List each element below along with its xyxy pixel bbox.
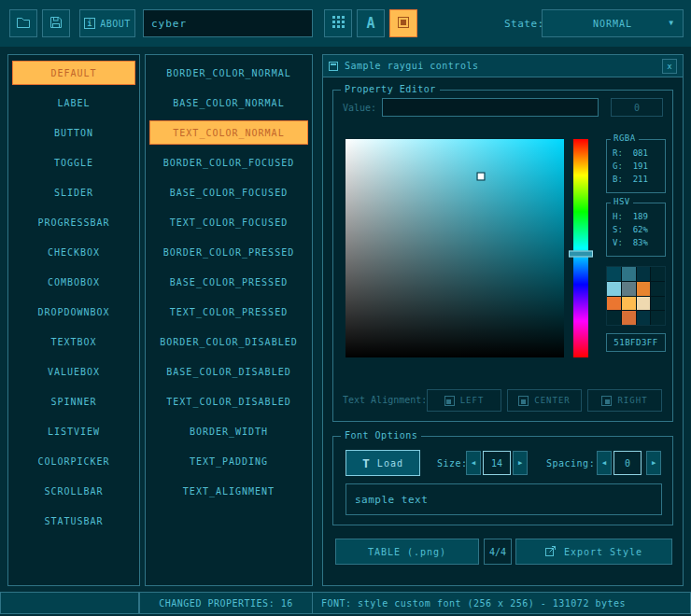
palette-swatch[interactable] [622, 311, 636, 325]
control-item-textbox[interactable]: TEXTBOX [12, 329, 135, 354]
chevron-down-icon: ▼ [669, 20, 674, 27]
palette-swatch[interactable] [607, 282, 621, 296]
palette-swatch[interactable] [607, 297, 621, 311]
color-mode-button-active[interactable] [389, 9, 417, 37]
property-item-text_color_disabled[interactable]: TEXT_COLOR_DISABLED [149, 389, 308, 413]
spacing-increase-button[interactable]: ▶ [646, 451, 661, 475]
window-titlebar[interactable]: Sample raygui controls x [323, 55, 683, 77]
control-item-progressbar[interactable]: PROGRESSBAR [12, 210, 135, 234]
palette-swatch[interactable] [622, 297, 636, 311]
property-item-border_color_focused[interactable]: BORDER_COLOR_FOCUSED [149, 150, 308, 175]
palette-swatch[interactable] [637, 297, 651, 311]
control-item-spinner[interactable]: SPINNER [12, 389, 135, 413]
property-item-base_color_pressed[interactable]: BASE_COLOR_PRESSED [149, 270, 308, 294]
hue-slider-bar[interactable] [573, 139, 588, 357]
page-counter: 4/4 [484, 539, 512, 565]
align-right-button[interactable]: RIGHT [587, 389, 662, 412]
size-value-box[interactable]: 14 [483, 451, 511, 475]
hex-color-value[interactable]: 51BFD3FF [606, 333, 666, 352]
control-item-listview[interactable]: LISTVIEW [12, 419, 135, 443]
property-item-border_color_pressed[interactable]: BORDER_COLOR_PRESSED [149, 240, 308, 264]
window-title: Sample raygui controls [345, 61, 478, 71]
property-item-base_color_focused[interactable]: BASE_COLOR_FOCUSED [149, 180, 308, 204]
value-count-button[interactable]: 0 [611, 98, 663, 117]
hsv-saturation-value: S: 62% [613, 223, 665, 236]
control-item-checkbox[interactable]: CHECKBOX [12, 240, 135, 264]
property-item-text_padding[interactable]: TEXT_PADDING [149, 449, 308, 473]
palette-swatch[interactable] [622, 282, 636, 296]
property-item-base_color_normal[interactable]: BASE_COLOR_NORMAL [149, 91, 308, 115]
control-item-combobox[interactable]: COMBOBOX [12, 270, 135, 294]
sample-text-input[interactable] [346, 483, 662, 515]
size-decrease-button[interactable]: ◀ [466, 451, 481, 475]
spacing-decrease-button[interactable]: ◀ [597, 451, 612, 475]
align-center-button[interactable]: CENTER [507, 389, 582, 412]
text-alignment-label: Text Alignment: [343, 395, 425, 405]
export-style-label: Export Style [564, 547, 642, 557]
state-label: State: [504, 0, 544, 47]
about-button[interactable]: i ABOUT [79, 9, 135, 37]
control-item-valuebox[interactable]: VALUEBOX [12, 359, 135, 384]
changed-properties-text: CHANGED PROPERTIES: 16 [159, 598, 292, 609]
control-item-dropdownbox[interactable]: DROPDOWNBOX [12, 300, 135, 324]
style-name-input[interactable] [143, 9, 313, 37]
palette-swatch[interactable] [637, 311, 651, 325]
property-editor-group: Property Editor Value: 0 RGBA R: 081 G: … [332, 90, 673, 422]
palette-swatch[interactable] [637, 282, 651, 296]
palette-swatch[interactable] [622, 267, 636, 281]
property-item-text_color_pressed[interactable]: TEXT_COLOR_PRESSED [149, 300, 308, 324]
export-table-label: TABLE (.png) [368, 547, 446, 557]
value-input[interactable] [382, 98, 599, 117]
window-icon [329, 62, 338, 71]
grid-view-button[interactable] [324, 9, 352, 37]
control-item-button[interactable]: BUTTON [12, 120, 135, 145]
control-item-colorpicker[interactable]: COLORPICKER [12, 449, 135, 473]
state-dropdown[interactable]: NORMAL ▼ [542, 9, 684, 37]
load-font-button[interactable]: T Load [346, 450, 420, 476]
color-saturation-value-panel[interactable] [346, 139, 564, 357]
statusbar-font-info: FONT: style custom font (256 x 256) - 13… [312, 592, 691, 614]
align-left-button[interactable]: LEFT [427, 389, 501, 412]
property-item-text_color_normal[interactable]: TEXT_COLOR_NORMAL [149, 120, 308, 145]
export-icon [545, 545, 557, 558]
control-item-label[interactable]: LABEL [12, 91, 135, 115]
palette-swatch[interactable] [607, 311, 621, 325]
value-label: Value: [343, 103, 376, 113]
close-button[interactable]: x [662, 59, 677, 74]
control-item-default[interactable]: DEFAULT [12, 61, 135, 85]
palette-swatch[interactable] [651, 282, 665, 296]
export-table-button[interactable]: TABLE (.png) [335, 539, 479, 565]
arrow-right-icon: ▶ [652, 459, 656, 467]
property-item-border_width[interactable]: BORDER_WIDTH [149, 419, 308, 443]
palette-swatch[interactable] [607, 267, 621, 281]
export-style-button[interactable]: Export Style [515, 539, 672, 565]
hue-slider-handle[interactable] [569, 250, 593, 257]
palette-swatch[interactable] [637, 267, 651, 281]
control-item-toggle[interactable]: TOGGLE [12, 150, 135, 175]
folder-icon [16, 16, 31, 32]
palette-swatch[interactable] [651, 267, 665, 281]
control-item-scrollbar[interactable]: SCROLLBAR [12, 479, 135, 503]
font-view-button[interactable]: A [357, 9, 385, 37]
palette-swatch[interactable] [651, 311, 665, 325]
save-style-button[interactable] [42, 9, 70, 37]
property-item-text_color_focused[interactable]: TEXT_COLOR_FOCUSED [149, 210, 308, 234]
align-right-icon [601, 396, 612, 406]
property-item-base_color_disabled[interactable]: BASE_COLOR_DISABLED [149, 359, 308, 384]
spacing-value-box[interactable]: 0 [613, 451, 642, 475]
info-icon: i [84, 18, 95, 29]
property-item-text_alignment[interactable]: TEXT_ALIGNMENT [149, 479, 308, 503]
control-item-slider[interactable]: SLIDER [12, 180, 135, 204]
size-increase-button[interactable]: ▶ [513, 451, 528, 475]
palette-swatch[interactable] [651, 297, 665, 311]
arrow-left-icon: ◀ [472, 459, 475, 467]
control-item-statusbar[interactable]: STATUSBAR [12, 509, 135, 533]
load-style-button[interactable] [9, 9, 37, 37]
property-item-border_color_disabled[interactable]: BORDER_COLOR_DISABLED [149, 329, 308, 354]
color-picker-marker[interactable] [478, 173, 485, 179]
controls-list-panel: DEFAULTLABELBUTTONTOGGLESLIDERPROGRESSBA… [7, 54, 140, 586]
property-item-border_color_normal[interactable]: BORDER_COLOR_NORMAL [149, 61, 308, 85]
arrow-right-icon: ▶ [518, 459, 522, 467]
rgba-label: RGBA [611, 133, 639, 143]
controls-list: DEFAULTLABELBUTTONTOGGLESLIDERPROGRESSBA… [8, 61, 139, 533]
